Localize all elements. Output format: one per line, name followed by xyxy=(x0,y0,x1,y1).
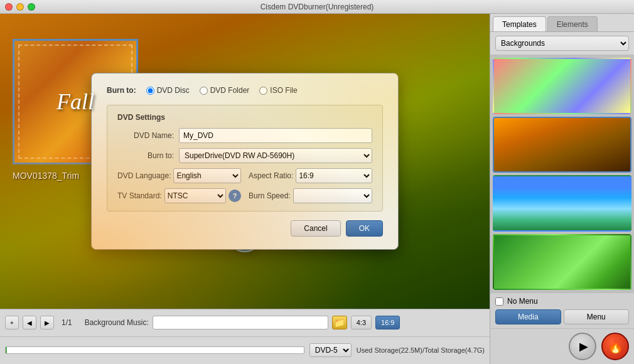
window-title: Cisdem DVDburner(Unregistered) xyxy=(261,3,374,11)
panel-thumbnails xyxy=(490,55,634,292)
tab-elements[interactable]: Elements xyxy=(547,16,598,31)
burn-to-label: Burn to: xyxy=(107,86,136,95)
background-thumbnail-4[interactable] xyxy=(493,234,631,291)
title-bar: Cisdem DVDburner(Unregistered) xyxy=(0,0,634,14)
panel-tabs: Templates Elements xyxy=(490,14,634,32)
dvd-name-label: DVD Name: xyxy=(117,131,174,140)
ratio-16-9-button[interactable]: 16:9 xyxy=(375,316,400,329)
help-button[interactable]: ? xyxy=(228,190,241,202)
no-menu-label: No Menu xyxy=(507,297,538,306)
filename-label: MOV01378_Trim xyxy=(13,171,79,181)
background-thumbnail-3[interactable] xyxy=(493,175,631,232)
background-image: Fall MOV01378_Trim Burn to: xyxy=(0,14,490,309)
dvd-disc-label: DVD Disc xyxy=(157,86,190,95)
maximize-button[interactable] xyxy=(28,3,35,11)
no-menu-row: No Menu xyxy=(495,297,629,306)
bg-music-input[interactable] xyxy=(153,316,328,329)
dvd-folder-radio[interactable] xyxy=(200,87,208,95)
media-tab[interactable]: Media xyxy=(495,309,561,324)
preview-area: Fall MOV01378_Trim Burn to: xyxy=(0,14,490,364)
language-col: DVD Language: English xyxy=(117,168,241,183)
burnspeed-col: Burn Speed: 2x 4x 8x xyxy=(249,188,372,203)
prev-button[interactable]: ◀ xyxy=(23,316,36,329)
storage-bar-fill xyxy=(6,347,7,353)
burn-icon: 🔥 xyxy=(608,339,623,354)
bg-music-label: Background Music: xyxy=(85,318,149,327)
dialog-overlay: Burn to: DVD Disc DVD Folder ISO File xyxy=(0,14,490,309)
aspect-label: Aspect Ratio: xyxy=(249,171,293,180)
ratio-4-3-button[interactable]: 4:3 xyxy=(351,316,372,329)
play-button[interactable] xyxy=(226,215,264,252)
play-icon xyxy=(240,226,252,241)
preview-play-button[interactable]: ▶ xyxy=(569,333,596,360)
language-aspect-row: DVD Language: English Aspect Ratio: 16:9… xyxy=(117,168,372,183)
right-panel: Templates Elements Backgrounds Frames Bu… xyxy=(490,14,634,364)
media-menu-tabs: Media Menu xyxy=(495,309,629,324)
no-menu-checkbox[interactable] xyxy=(495,297,503,306)
dvd-disc-radio[interactable] xyxy=(146,87,154,95)
add-button[interactable]: + xyxy=(5,316,19,329)
dvd-type-select[interactable]: DVD-5 DVD-9 xyxy=(309,343,352,357)
storage-row: DVD-5 DVD-9 Used Storage(22.5M)/Total St… xyxy=(0,337,490,365)
burn-button[interactable]: 🔥 xyxy=(601,333,629,360)
language-label: DVD Language: xyxy=(117,171,171,180)
panel-dropdown[interactable]: Backgrounds Frames Buttons xyxy=(495,36,629,51)
aspect-col: Aspect Ratio: 16:9 4:3 xyxy=(249,168,372,183)
main-layout: Fall MOV01378_Trim Burn to: xyxy=(0,14,634,364)
burn-to-drive-label: Burn to: xyxy=(117,151,174,160)
aspect-select[interactable]: 16:9 4:3 xyxy=(296,168,372,183)
burn-to-row: Burn to: DVD Disc DVD Folder ISO File xyxy=(107,86,383,95)
bottom-bar: + ◀ ▶ 1/1 Background Music: 📁 4:3 16:9 D… xyxy=(0,309,490,364)
cancel-button[interactable]: Cancel xyxy=(291,220,340,237)
minimize-button[interactable] xyxy=(16,3,24,11)
preview-play-icon: ▶ xyxy=(579,340,588,353)
window-controls xyxy=(5,3,35,11)
dvd-settings-title: DVD Settings xyxy=(117,113,372,122)
tvstd-select[interactable]: NTSC PAL xyxy=(164,188,226,203)
controls-row: + ◀ ▶ 1/1 Background Music: 📁 4:3 16:9 xyxy=(0,309,490,337)
burn-dialog: Burn to: DVD Disc DVD Folder ISO File xyxy=(91,73,399,250)
tab-templates[interactable]: Templates xyxy=(493,16,546,31)
tvstd-label: TV Standard: xyxy=(117,191,162,200)
menu-tab[interactable]: Menu xyxy=(564,309,630,324)
burnspeed-label: Burn Speed: xyxy=(249,191,291,200)
language-select[interactable]: English xyxy=(173,168,241,183)
panel-dropdown-row: Backgrounds Frames Buttons xyxy=(490,32,634,55)
tvstd-col: TV Standard: NTSC PAL ? xyxy=(117,188,241,203)
burn-to-drive-row: Burn to: SuperDrive(DVD RW AD-5690H) xyxy=(117,148,372,163)
background-thumbnail-1[interactable] xyxy=(493,58,631,114)
page-indicator: 1/1 xyxy=(58,318,76,327)
dialog-buttons: Cancel OK xyxy=(107,220,383,237)
thumbnail-frame: Fall xyxy=(13,39,138,164)
play-button-container[interactable] xyxy=(226,215,264,252)
storage-bar-container xyxy=(5,346,304,354)
close-button[interactable] xyxy=(5,3,13,11)
iso-file-radio[interactable] xyxy=(259,87,267,95)
dvd-folder-label: DVD Folder xyxy=(210,86,250,95)
next-button[interactable]: ▶ xyxy=(40,316,54,329)
dvd-name-row: DVD Name: xyxy=(117,128,372,143)
iso-file-label: ISO File xyxy=(270,86,297,95)
dvd-folder-option[interactable]: DVD Folder xyxy=(200,86,250,95)
burn-to-drive-select[interactable]: SuperDrive(DVD RW AD-5690H) xyxy=(179,148,372,163)
thumbnail-container: Fall xyxy=(13,39,138,164)
dvd-name-input[interactable] xyxy=(179,128,372,143)
panel-bottom: No Menu Media Menu xyxy=(490,292,634,328)
ok-button[interactable]: OK xyxy=(346,220,383,237)
panel-action-row: ▶ 🔥 xyxy=(490,328,634,364)
dvd-disc-option[interactable]: DVD Disc xyxy=(146,86,190,95)
tvstd-burnspeed-row: TV Standard: NTSC PAL ? Burn Speed: xyxy=(117,188,372,203)
background-thumbnail-2[interactable] xyxy=(493,117,631,173)
burnspeed-select[interactable]: 2x 4x 8x xyxy=(293,188,372,203)
storage-label: Used Storage(22.5M)/Total Storage(4.7G) xyxy=(357,346,485,354)
thumbnail-text: Fall xyxy=(56,88,94,115)
folder-button[interactable]: 📁 xyxy=(332,316,347,329)
iso-file-option[interactable]: ISO File xyxy=(259,86,297,95)
dvd-settings-box: DVD Settings DVD Name: Burn to: SuperDri… xyxy=(107,105,383,211)
